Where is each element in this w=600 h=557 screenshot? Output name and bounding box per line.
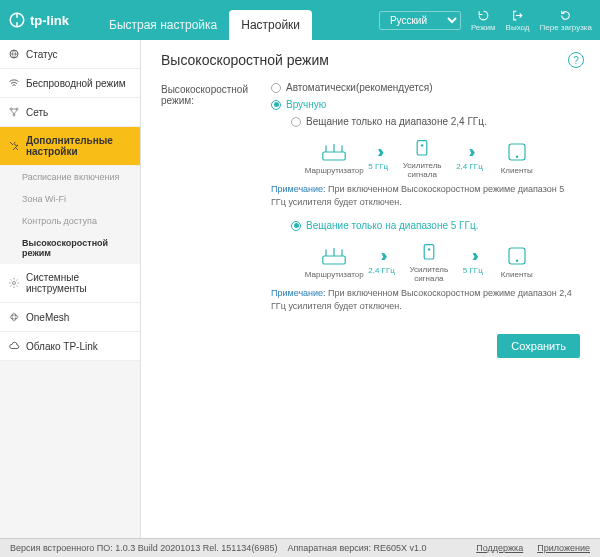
arrow-24ghz: ›››››2,4 ГГц: [368, 247, 395, 275]
svg-rect-12: [424, 245, 434, 259]
radio-24ghz[interactable]: Вещание только на диапазоне 2,4 ГГц.: [291, 116, 580, 127]
help-button[interactable]: ?: [568, 52, 584, 68]
app-link[interactable]: Приложение: [537, 543, 590, 553]
mode-icon: [477, 9, 490, 22]
sidebar-item-network[interactable]: Сеть: [0, 98, 140, 127]
sidebar-sub-zone[interactable]: Зона Wi-Fi: [0, 188, 140, 210]
logo: tp-link: [8, 11, 69, 29]
svg-point-2: [10, 108, 12, 110]
gear-icon: [8, 277, 20, 289]
sidebar-item-advanced[interactable]: Дополнительные настройки: [0, 127, 140, 166]
reboot-button[interactable]: Пере загрузка: [539, 9, 592, 32]
sidebar-item-onemesh[interactable]: OneMesh: [0, 303, 140, 332]
diagram-clients: Клиенты: [489, 244, 545, 279]
router-icon: [318, 140, 350, 164]
content-pane: ? Высокоскоростной режим Высокоскоростно…: [141, 40, 600, 538]
extender-icon: [406, 135, 438, 159]
mode-button[interactable]: Режим: [471, 9, 496, 32]
sidebar: Статус Беспроводной режим Сеть Дополните…: [0, 40, 141, 538]
support-link[interactable]: Поддержка: [476, 543, 523, 553]
sidebar-item-status[interactable]: Статус: [0, 40, 140, 69]
sidebar-sub-highspeed[interactable]: Высокоскоростной режим: [0, 232, 140, 264]
radio-icon: [271, 83, 281, 93]
sidebar-item-wireless[interactable]: Беспроводной режим: [0, 69, 140, 98]
diagram-router: Маршрутизатор: [306, 244, 362, 279]
clients-icon: [501, 244, 533, 268]
svg-point-13: [428, 248, 430, 250]
diagram-24ghz: Маршрутизатор ›››››5 ГГц Усилитель сигна…: [271, 135, 580, 179]
footer: Версия встроенного ПО: 1.0.3 Build 20201…: [0, 538, 600, 557]
language-select[interactable]: Русский: [379, 11, 461, 30]
svg-point-4: [13, 114, 15, 116]
sidebar-item-system[interactable]: Системные инструменты: [0, 264, 140, 303]
svg-rect-7: [417, 141, 427, 155]
radio-manual[interactable]: Вручную: [271, 99, 580, 110]
svg-point-10: [516, 155, 518, 157]
svg-rect-6: [323, 152, 345, 160]
radio-auto[interactable]: Автоматически(рекомендуется): [271, 82, 580, 93]
sidebar-sub-schedule[interactable]: Расписание включения: [0, 166, 140, 188]
hw-version: Аппаратная версия: RE605X v1.0: [287, 543, 426, 553]
svg-point-5: [13, 282, 16, 285]
logout-icon: [511, 9, 524, 22]
onemesh-icon: [8, 311, 20, 323]
sidebar-item-cloud[interactable]: Облако TP-Link: [0, 332, 140, 361]
diagram-extender: Усилитель сигнала: [394, 135, 450, 179]
router-icon: [318, 244, 350, 268]
sidebar-sub-access[interactable]: Контроль доступа: [0, 210, 140, 232]
brand-text: tp-link: [30, 13, 69, 28]
network-icon: [8, 106, 20, 118]
globe-icon: [8, 48, 20, 60]
note-5ghz: Примечание: При включенном Высокоскорост…: [271, 287, 580, 312]
svg-point-15: [516, 259, 518, 261]
mode-label: Высокоскоростной режим:: [161, 82, 271, 324]
svg-rect-11: [323, 256, 345, 264]
diagram-clients: Клиенты: [489, 140, 545, 175]
diagram-extender: Усилитель сигнала: [401, 239, 457, 283]
logout-button[interactable]: Выход: [506, 9, 530, 32]
clients-icon: [501, 140, 533, 164]
main-tabs: Быстрая настройка Настройки: [97, 0, 312, 40]
wifi-icon: [8, 77, 20, 89]
arrow-5ghz: ›››››5 ГГц: [368, 143, 388, 171]
save-button[interactable]: Сохранить: [497, 334, 580, 358]
arrow-24ghz: ›››››2,4 ГГц: [456, 143, 483, 171]
radio-icon: [271, 100, 281, 110]
radio-5ghz[interactable]: Вещание только на диапазоне 5 ГГц.: [291, 220, 580, 231]
radio-icon: [291, 221, 301, 231]
cloud-icon: [8, 340, 20, 352]
tab-quick-setup[interactable]: Быстрая настройка: [97, 10, 229, 40]
tplink-logo-icon: [8, 11, 26, 29]
radio-icon: [291, 117, 301, 127]
tab-settings[interactable]: Настройки: [229, 10, 312, 40]
page-title: Высокоскоростной режим: [161, 52, 580, 68]
arrow-5ghz: ›››››5 ГГц: [463, 247, 483, 275]
topbar: tp-link Быстрая настройка Настройки Русс…: [0, 0, 600, 40]
fw-version: Версия встроенного ПО: 1.0.3 Build 20201…: [10, 543, 277, 553]
note-24ghz: Примечание: При включенном Высокоскорост…: [271, 183, 580, 208]
diagram-router: Маршрутизатор: [306, 140, 362, 175]
diagram-5ghz: Маршрутизатор ›››››2,4 ГГц Усилитель сиг…: [271, 239, 580, 283]
svg-point-3: [16, 108, 18, 110]
svg-point-8: [421, 144, 423, 146]
extender-icon: [413, 239, 445, 263]
tools-icon: [8, 140, 20, 152]
reboot-icon: [559, 9, 572, 22]
topbar-right: Русский Режим Выход Пере загрузка: [379, 9, 592, 32]
